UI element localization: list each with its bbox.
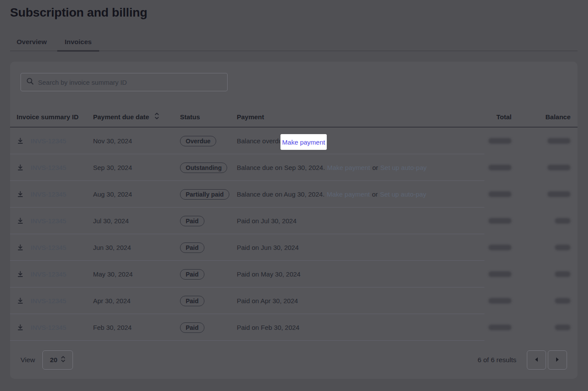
due-date: Aug 30, 2024 [93,190,180,198]
download-invoice-button[interactable] [17,298,31,304]
invoices-panel: Invoice summary ID Payment due date Stat… [10,62,578,379]
status-badge: Paid [180,216,204,226]
total-redacted [488,271,512,277]
balance-redacted [547,165,571,170]
payment-conjunction: or [372,190,377,198]
payment-text: Balance due on Aug 30, 2024. [237,190,325,198]
total-redacted [488,191,512,197]
payment-text: Balance due on Sep 30, 2024. [237,164,325,171]
table-row: INVS-12345 Sep 30, 2024 Outstanding Bala… [10,154,578,181]
due-date: Jun 30, 2024 [93,244,180,251]
total-redacted [488,325,512,330]
make-payment-link[interactable]: Make payment [327,164,370,171]
page-size-value: 20 [50,356,57,364]
next-page-icon [555,356,560,364]
download-invoice-button[interactable] [17,138,31,145]
search-box [21,73,228,91]
table-row: INVS-12345 Aug 30, 2024 Partially paid B… [10,181,578,208]
due-date: Apr 30, 2024 [93,297,180,304]
col-header-due-date[interactable]: Payment due date [93,112,180,121]
results-count: 6 of 6 results [477,356,516,364]
invoice-id: INVS-12345 [31,297,93,304]
status-badge: Paid [180,296,204,306]
payment-text: Paid on Feb 30, 2024 [237,324,299,331]
status-badge: Paid [180,322,204,333]
balance-redacted [547,191,571,197]
set-up-auto-pay-link[interactable]: Set up auto-pay [380,164,427,171]
download-invoice-button[interactable] [17,218,31,225]
tab-overview[interactable]: Overview [9,33,54,51]
invoice-id: INVS-12345 [31,190,93,198]
total-redacted [488,138,512,144]
prev-page-icon [534,356,539,364]
subscription-billing-page: Subscription and billing Overview Invoic… [0,0,588,391]
payment-text: Paid on Jul 30, 2024 [237,217,297,225]
payment-conjunction: or [372,164,378,171]
download-invoice-button[interactable] [17,271,31,278]
download-invoice-button[interactable] [17,244,31,251]
spotlight-highlight: Make payment [280,134,327,150]
sort-icon[interactable] [154,112,159,121]
balance-redacted [555,271,571,277]
table-header: Invoice summary ID Payment due date Stat… [10,107,578,128]
status-badge: Paid [180,269,204,280]
due-date: Nov 30, 2024 [93,137,180,145]
invoice-id: INVS-12345 [31,217,93,225]
total-redacted [488,218,512,224]
balance-redacted [555,298,571,304]
search-icon [26,77,34,87]
download-invoice-button[interactable] [17,191,31,198]
due-date: Sep 30, 2024 [93,164,180,171]
total-redacted [488,245,512,250]
status-badge: Overdue [180,136,216,146]
balance-redacted [555,218,571,224]
invoice-id: INVS-12345 [31,137,93,145]
status-badge: Partially paid [180,189,229,200]
pagination-bar: View 20 6 of 6 results [10,341,578,379]
prev-page-button[interactable] [527,350,546,370]
tab-bar: Overview Invoices [9,33,99,51]
tab-invoices[interactable]: Invoices [57,33,99,51]
next-page-button[interactable] [548,350,567,370]
set-up-auto-pay-link[interactable]: Set up auto-pay [380,190,426,198]
chevron-up-down-icon [61,356,66,364]
payment-text: Paid on May 30, 2024 [237,270,301,278]
table-row: INVS-12345 May 30, 2024 Paid Paid on May… [10,261,578,287]
col-header-invoice-id: Invoice summary ID [17,113,93,121]
balance-redacted [555,245,571,250]
table-row: INVS-12345 Feb 30, 2024 Paid Paid on Feb… [10,314,578,341]
payment-text: Paid on Apr 30, 2024 [237,297,298,304]
invoice-id: INVS-12345 [31,244,93,251]
make-payment-link[interactable]: Make payment [327,190,370,198]
invoice-id: INVS-12345 [31,164,93,171]
balance-redacted [547,138,571,144]
total-redacted [488,165,512,170]
page-title: Subscription and billing [10,6,147,20]
payment-text: Paid on Jun 30, 2024 [237,244,299,251]
due-date-header-label: Payment due date [93,113,149,121]
col-header-payment: Payment [237,113,481,121]
due-date: Jul 30, 2024 [93,217,180,225]
col-header-status: Status [180,113,237,121]
total-redacted [488,298,512,304]
invoice-id: INVS-12345 [31,270,93,278]
download-invoice-button[interactable] [17,324,31,331]
table-row: INVS-12345 Jun 30, 2024 Paid Paid on Jun… [10,234,578,261]
balance-redacted [555,325,571,330]
invoice-id: INVS-12345 [31,324,93,331]
view-label: View [21,356,35,364]
download-invoice-button[interactable] [17,164,31,171]
table-row: INVS-12345 Jul 30, 2024 Paid Paid on Jul… [10,208,578,234]
status-badge: Outstanding [180,163,227,173]
due-date: May 30, 2024 [93,270,180,278]
search-input[interactable] [38,79,222,86]
table-row: INVS-12345 Apr 30, 2024 Paid Paid on Apr… [10,287,578,314]
due-date: Feb 30, 2024 [93,324,180,331]
col-header-balance: Balance [512,113,571,121]
make-payment-spotlight-link[interactable]: Make payment [282,138,325,146]
status-badge: Paid [180,242,204,253]
page-size-select[interactable]: 20 [42,350,73,370]
tab-bar-divider [10,51,578,51]
col-header-total: Total [481,113,512,121]
